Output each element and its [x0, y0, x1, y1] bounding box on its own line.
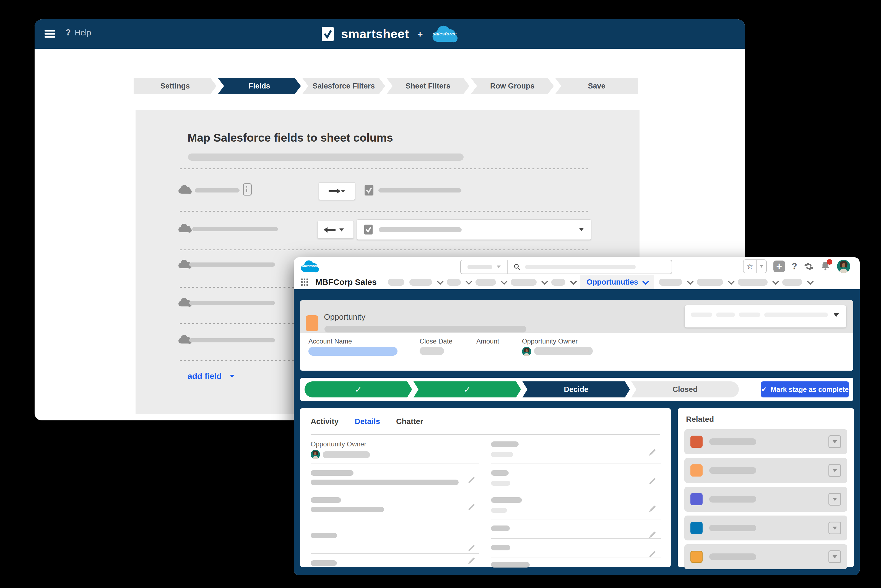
avatar[interactable] — [837, 260, 850, 273]
add-field-button[interactable]: add field — [188, 372, 234, 381]
plus-sign: + — [417, 29, 423, 39]
close-date-value-bar — [420, 347, 444, 355]
star-icon[interactable]: ☆ — [743, 260, 756, 273]
mapping-direction-select[interactable] — [317, 221, 354, 238]
app-launcher-icon[interactable] — [301, 279, 308, 286]
placeholder-bar — [716, 312, 735, 317]
chevron-down-icon[interactable] — [687, 278, 693, 285]
list-item[interactable] — [684, 429, 847, 454]
nav-tab[interactable] — [659, 279, 682, 286]
wizard-steps: Settings Fields Salesforce Filters Sheet… — [134, 78, 638, 94]
row-actions-button[interactable] — [828, 493, 841, 506]
field-label: Opportunity Owner — [311, 440, 366, 448]
opportunity-object-icon — [306, 315, 318, 332]
edit-pencil-icon[interactable] — [650, 505, 656, 511]
chevron-down-icon[interactable] — [437, 278, 443, 285]
placeholder-bar — [311, 470, 354, 476]
row-actions-button[interactable] — [828, 550, 841, 563]
edit-pencil-icon[interactable] — [469, 544, 475, 550]
opportunity-header-card: Opportunity Account Name Close Date Amou… — [300, 300, 853, 370]
stage-complete-1[interactable]: ✓ — [305, 381, 412, 398]
mapping-direction-select[interactable] — [319, 182, 355, 200]
nav-tab[interactable] — [551, 279, 565, 286]
smartsheet-logo-icon — [321, 27, 334, 41]
check-icon: ✔ — [761, 386, 767, 393]
chevron-down-icon[interactable] — [772, 278, 779, 285]
nav-tab-opportunities[interactable]: Opportunuties — [580, 275, 654, 289]
wizard-step-fields[interactable]: Fields — [218, 78, 301, 94]
stage-complete-2[interactable]: ✓ — [414, 381, 521, 398]
mark-stage-complete-button[interactable]: ✔ Mark stage as complete — [761, 381, 849, 398]
chevron-down-icon[interactable] — [541, 278, 548, 285]
brand-lockup: smartsheet + salesforce — [35, 20, 745, 49]
quick-create-icon[interactable]: + — [773, 261, 785, 272]
edit-pencil-icon[interactable] — [650, 550, 656, 556]
list-item[interactable] — [684, 544, 847, 569]
nav-tab[interactable] — [738, 279, 768, 286]
wizard-step-row-groups[interactable]: Row Groups — [471, 78, 554, 94]
related-object-icon — [690, 493, 702, 505]
list-item[interactable] — [684, 458, 847, 483]
salesforce-field-icon — [177, 223, 192, 233]
gear-icon[interactable] — [804, 261, 814, 272]
tab-details[interactable]: Details — [355, 417, 380, 426]
nav-tab[interactable] — [476, 279, 496, 286]
row-actions-button[interactable] — [828, 464, 841, 477]
favorites-dropdown[interactable] — [756, 260, 766, 273]
salesforce-window: salesforce ☆ + ? — [294, 257, 860, 575]
stage-decide[interactable]: Decide — [522, 381, 630, 398]
placeholder-bar — [311, 480, 459, 485]
nav-tab[interactable] — [410, 279, 432, 286]
edit-pencil-icon[interactable] — [650, 531, 656, 537]
chevron-down-icon[interactable] — [728, 278, 734, 285]
nav-tab[interactable] — [510, 279, 537, 286]
divider — [491, 538, 661, 539]
sheet-column-icon — [364, 225, 372, 234]
chevron-down-icon[interactable] — [501, 278, 507, 285]
search-input[interactable] — [508, 263, 672, 270]
related-object-icon — [690, 436, 702, 448]
stage-closed[interactable]: Closed — [631, 381, 739, 398]
edit-pencil-icon[interactable] — [469, 504, 475, 510]
edit-pencil-icon[interactable] — [650, 478, 656, 483]
nav-tab[interactable] — [782, 279, 802, 286]
wizard-step-salesforce-filters[interactable]: Salesforce Filters — [302, 78, 385, 94]
record-highlights: Opportunity — [300, 300, 853, 333]
edit-pencil-icon[interactable] — [469, 557, 475, 563]
edit-pencil-icon[interactable] — [650, 449, 656, 455]
nav-tab[interactable] — [447, 279, 461, 286]
row-actions-button[interactable] — [828, 522, 841, 534]
help-icon[interactable]: ? — [792, 261, 797, 272]
divider — [311, 434, 660, 435]
mapper-heading: Map Salesforce fields to sheet colums — [188, 131, 393, 144]
list-item[interactable] — [684, 487, 847, 512]
row-actions-button[interactable] — [828, 435, 841, 448]
record-object-label: Opportunity — [324, 312, 365, 322]
caret-down-icon — [497, 266, 501, 268]
placeholder-bar — [739, 312, 760, 317]
record-actions-menu[interactable] — [684, 305, 846, 327]
nav-tab[interactable] — [388, 279, 404, 286]
tab-activity[interactable]: Activity — [311, 417, 339, 426]
nav-tab[interactable] — [697, 279, 723, 286]
global-search[interactable] — [460, 260, 672, 274]
field-label: Opportunity Owner — [522, 338, 578, 345]
chevron-down-icon[interactable] — [465, 278, 472, 285]
sheet-column-select[interactable] — [357, 219, 591, 240]
edit-pencil-icon[interactable] — [469, 477, 475, 482]
caret-down-icon — [579, 228, 584, 231]
wizard-step-sheet-filters[interactable]: Sheet Filters — [386, 78, 470, 94]
divider — [491, 464, 661, 464]
wizard-step-save[interactable]: Save — [555, 78, 638, 94]
related-object-icon — [690, 464, 702, 477]
wizard-step-settings[interactable]: Settings — [134, 78, 216, 94]
chevron-down-icon[interactable] — [570, 278, 577, 285]
tab-chatter[interactable]: Chatter — [396, 417, 423, 426]
info-icon[interactable] — [243, 183, 252, 195]
field-label: Close Date — [420, 338, 453, 345]
arrow-right-icon — [329, 190, 337, 192]
search-scope-select[interactable] — [461, 260, 508, 273]
chevron-down-icon[interactable] — [807, 278, 813, 285]
notifications-bell-icon[interactable] — [820, 261, 830, 272]
list-item[interactable] — [684, 516, 847, 540]
